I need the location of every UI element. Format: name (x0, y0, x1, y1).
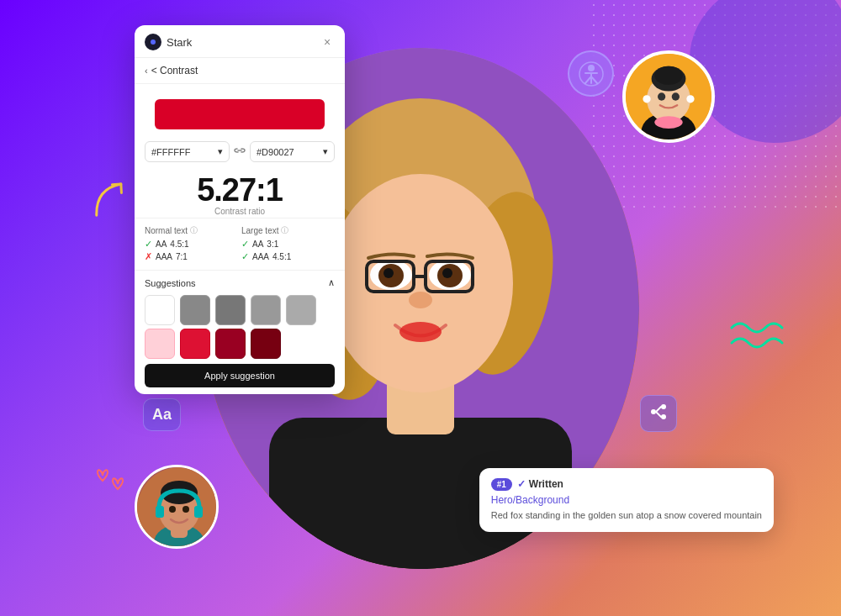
swatch-gray2[interactable] (215, 295, 246, 325)
accessibility-icon-badge (568, 50, 614, 97)
large-text-col: Large text ⓘ ✓ AA 3:1 ✓ AAA 4.5:1 (241, 225, 335, 263)
normal-text-col: Normal text ⓘ ✓ AA 4.5:1 ✗ AAA 7:1 (145, 225, 238, 263)
contrast-ratio-number: 5.27:1 (145, 172, 335, 208)
normal-aa-threshold: 4.5:1 (170, 240, 188, 249)
svg-point-33 (588, 65, 595, 71)
contrast-ratio-label: Contrast ratio (145, 207, 335, 216)
large-text-header: Large text ⓘ (241, 225, 335, 236)
back-icon: ‹ (145, 66, 148, 76)
large-aaa-threshold: 4.5:1 (272, 252, 291, 261)
alt-description-text: Red fox standing in the golden sun atop … (491, 509, 762, 522)
normal-aa-row: ✓ AA 4.5:1 (145, 238, 238, 250)
aa-text: Aa (152, 406, 172, 423)
swatch-gray4[interactable] (286, 295, 316, 325)
svg-point-39 (169, 506, 176, 513)
color-input-right[interactable]: #D90027 ▾ (250, 141, 335, 162)
large-aa-pass-icon: ✓ (241, 239, 249, 250)
svg-point-12 (383, 268, 394, 278)
panel-header: Stark × (135, 25, 345, 58)
aa-pass-icon: ✓ (145, 239, 152, 250)
svg-point-7 (328, 174, 513, 392)
normal-aaa-threshold: 7:1 (176, 252, 188, 261)
svg-point-13 (442, 268, 452, 278)
svg-rect-42 (194, 506, 203, 518)
large-aaa-pass-icon: ✓ (241, 251, 249, 262)
suggestions-header: Suggestions ∧ (145, 277, 335, 288)
apply-suggestion-button[interactable]: Apply suggestion (145, 364, 335, 387)
written-check-icon: ✓ (517, 478, 526, 490)
svg-point-29 (643, 95, 650, 103)
large-aaa-label: AAA (252, 252, 269, 261)
color-input-left[interactable]: #FFFFFF ▾ (145, 141, 230, 162)
squiggle-decoration (723, 311, 791, 365)
large-aa-threshold: 3:1 (267, 240, 278, 249)
swatch-red2[interactable] (215, 329, 246, 359)
stark-logo (145, 34, 161, 50)
normal-aa-label: AA (156, 240, 167, 249)
stark-contrast-panel: Stark × ‹ < Contrast #FFFFFF ▾ #D90027 ▾… (135, 25, 345, 394)
alt-badge-row: #1 ✓ Written (491, 478, 762, 491)
svg-point-17 (409, 292, 432, 308)
normal-text-header: Normal text ⓘ (145, 225, 238, 236)
bottom-left-avatar (135, 465, 219, 549)
alt-text-card: #1 ✓ Written Hero/Background Red fox sta… (479, 468, 774, 532)
large-aaa-row: ✓ AAA 4.5:1 (241, 250, 335, 263)
route-speech-bubble (640, 395, 677, 432)
alt-link[interactable]: Hero/Background (491, 494, 762, 506)
wcag-checks: Normal text ⓘ ✓ AA 4.5:1 ✗ AAA 7:1 Large… (135, 218, 345, 270)
swatch-gray1[interactable] (180, 295, 210, 325)
contrast-nav-label: < Contrast (151, 65, 198, 76)
alt-status-written: ✓ Written (517, 478, 563, 490)
stark-logo-area: Stark (145, 34, 192, 50)
swatch-white[interactable] (145, 295, 175, 325)
top-right-avatar (622, 50, 715, 143)
aa-speech-bubble: Aa (143, 398, 181, 431)
svg-point-31 (654, 116, 682, 129)
alt-status-label: Written (529, 478, 563, 490)
aaa-fail-icon: ✗ (145, 251, 152, 262)
swatch-red1[interactable] (180, 329, 210, 359)
alt-number-badge: #1 (491, 478, 512, 491)
svg-point-26 (654, 66, 682, 85)
color-preview-bar (155, 99, 325, 129)
swatch-pink[interactable] (145, 329, 175, 359)
svg-point-27 (658, 92, 665, 100)
svg-point-40 (182, 506, 189, 513)
suggestions-section: Suggestions ∧ Apply suggestion (135, 270, 345, 394)
stark-app-name: Stark (167, 36, 192, 49)
svg-point-20 (151, 39, 156, 45)
swatch-gray3[interactable] (251, 295, 281, 325)
close-button[interactable]: × (320, 34, 335, 50)
contrast-ratio-display: 5.27:1 Contrast ratio (135, 169, 345, 218)
normal-aaa-row: ✗ AAA 7:1 (145, 250, 238, 263)
normal-aaa-label: AAA (156, 252, 172, 261)
swatch-red3[interactable] (251, 329, 281, 359)
color-inputs-row: #FFFFFF ▾ #D90027 ▾ (135, 141, 345, 169)
suggestions-toggle-icon[interactable]: ∧ (328, 277, 335, 288)
link-colors-icon[interactable] (233, 144, 246, 160)
large-aa-row: ✓ AA 3:1 (241, 238, 335, 250)
contrast-nav[interactable]: ‹ < Contrast (135, 58, 345, 84)
large-aa-label: AA (252, 240, 263, 249)
svg-point-18 (399, 322, 442, 342)
svg-point-28 (672, 92, 680, 100)
svg-rect-41 (156, 506, 164, 518)
svg-point-30 (686, 95, 694, 103)
